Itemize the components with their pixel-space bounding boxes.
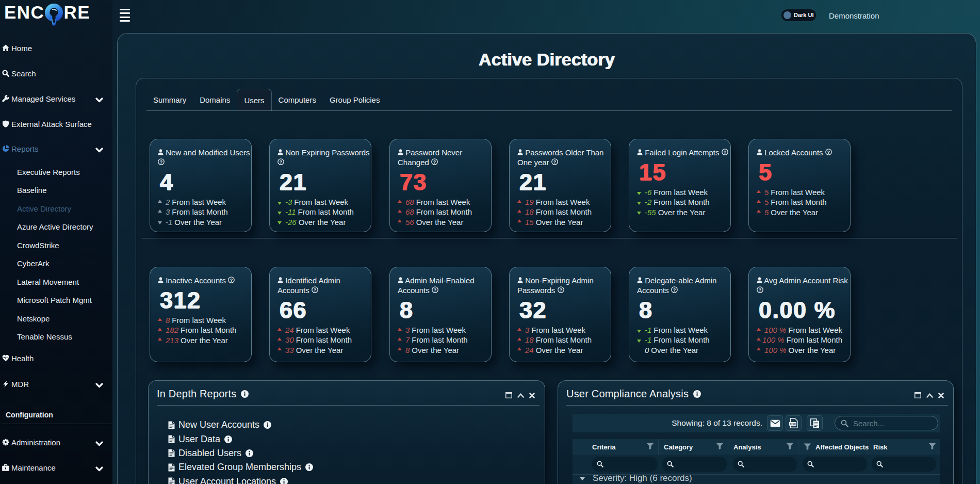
svg-text:?: ?	[160, 159, 163, 165]
svg-text:xlsx: xlsx	[790, 422, 796, 425]
svg-text:?: ?	[827, 150, 830, 155]
svg-text:?: ?	[559, 287, 562, 293]
svg-text:?: ?	[230, 278, 233, 283]
svg-text:?: ?	[673, 287, 676, 293]
svg-text:?: ?	[723, 150, 726, 155]
svg-text:?: ?	[433, 159, 436, 165]
svg-text:?: ?	[553, 159, 557, 165]
svg-text:?: ?	[434, 287, 437, 293]
svg-text:?: ?	[314, 287, 317, 293]
svg-text:?: ?	[759, 287, 762, 293]
svg-text:?: ?	[280, 159, 283, 165]
